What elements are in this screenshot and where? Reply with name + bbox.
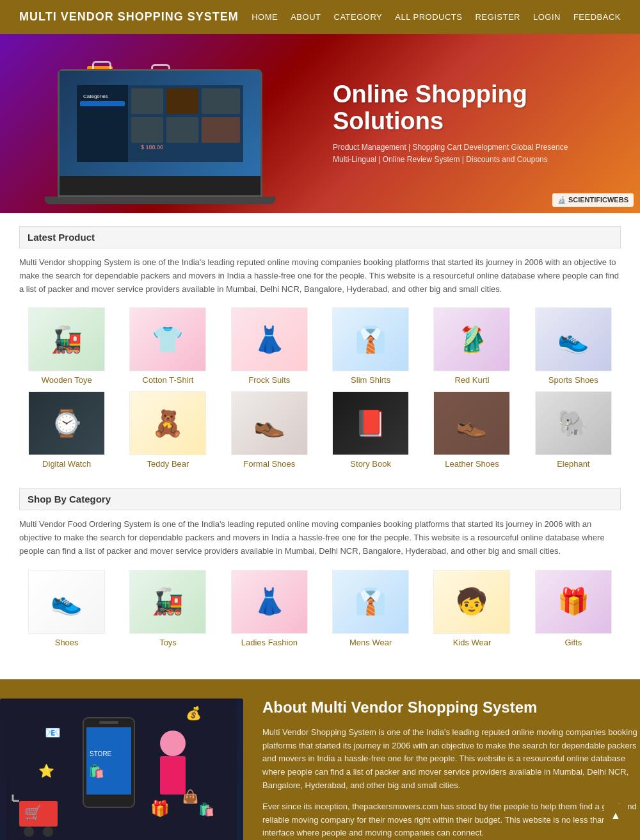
about-para2: Ever since its inception, thepackersmove… xyxy=(262,800,640,840)
shop-by-category-desc: Multi Vendor Food Ordering System is one… xyxy=(19,518,621,558)
scroll-top-button[interactable]: ▲ xyxy=(604,804,627,827)
svg-rect-7 xyxy=(166,88,198,114)
category-image: 👗 xyxy=(231,570,308,634)
laptop-mockup: Categories $ 188.00 xyxy=(58,69,262,197)
latest-product-desc: Multi Vendor shopping System is one of t… xyxy=(19,256,621,296)
category-item[interactable]: 🎁Gifts xyxy=(526,570,621,647)
nav-link-home[interactable]: HOME xyxy=(252,12,278,22)
category-image: 👔 xyxy=(332,570,409,634)
svg-text:🎁: 🎁 xyxy=(150,799,170,818)
category-item[interactable]: 👟Shoes xyxy=(19,570,114,647)
product-image: 📕 xyxy=(332,391,409,455)
nav-link-feedback[interactable]: FEEDBACK xyxy=(573,12,621,22)
latest-product-header: Latest Product xyxy=(19,226,621,248)
about-image: 🛒 STORE 🛍️ 🎁 👜 📧 💰 🛍️ ⭐ xyxy=(0,699,243,840)
nav-link-category[interactable]: CATEGORY xyxy=(334,12,383,22)
category-image: 🎁 xyxy=(535,570,612,634)
svg-rect-21 xyxy=(86,727,131,795)
svg-text:💰: 💰 xyxy=(186,706,202,721)
nav-link-about[interactable]: ABOUT xyxy=(291,12,321,22)
product-item[interactable]: ⌚Digital Watch xyxy=(19,391,114,469)
product-image: 👟 xyxy=(535,307,612,371)
product-image: 👔 xyxy=(332,307,409,371)
svg-text:STORE: STORE xyxy=(90,750,112,757)
product-label: Cotton T-Shirt xyxy=(143,375,194,385)
product-image: 👞 xyxy=(231,391,308,455)
product-image: ⌚ xyxy=(28,391,105,455)
product-image: 🐘 xyxy=(535,391,612,455)
svg-text:🛒: 🛒 xyxy=(24,804,42,821)
product-label: Sports Shoes xyxy=(548,375,598,385)
shop-by-category-header: Shop By Category xyxy=(19,488,621,510)
svg-rect-9 xyxy=(131,117,163,143)
category-image: 👟 xyxy=(28,570,105,634)
product-grid: 🚂Wooden Toye👕Cotton T-Shirt👗Frock Suits👔… xyxy=(19,307,621,469)
product-item[interactable]: 👔Slim Shirts xyxy=(323,307,418,385)
category-item[interactable]: 👔Mens Wear xyxy=(323,570,418,647)
nav-link-login[interactable]: LOGIN xyxy=(533,12,561,22)
svg-rect-6 xyxy=(131,88,163,114)
hero-left: Categories $ 188.00 xyxy=(0,34,320,213)
svg-text:Categories: Categories xyxy=(83,93,108,99)
category-image: 🚂 xyxy=(129,570,206,634)
site-title: MULTI VENDOR SHOPPING SYSTEM xyxy=(19,10,239,24)
about-section: 🛒 STORE 🛍️ 🎁 👜 📧 💰 🛍️ ⭐ xyxy=(0,679,640,840)
hero-subtext: Product Management | Shopping Cart Devel… xyxy=(333,141,627,166)
svg-point-16 xyxy=(43,827,53,837)
hero-right: Online Shopping Solutions Product Manage… xyxy=(320,69,640,179)
product-item[interactable]: 👕Cotton T-Shirt xyxy=(120,307,215,385)
svg-rect-22 xyxy=(99,721,118,724)
product-label: Formal Shoes xyxy=(243,459,295,469)
product-item[interactable]: 🚂Wooden Toye xyxy=(19,307,114,385)
nav-link-all-products[interactable]: ALL PRODUCTS xyxy=(395,12,462,22)
product-item[interactable]: 👞Leather Shoes xyxy=(424,391,519,469)
svg-text:🛍️: 🛍️ xyxy=(198,802,214,817)
main-nav: HOMEABOUTCATEGORYALL PRODUCTSREGISTERLOG… xyxy=(252,12,621,22)
product-image: 🥻 xyxy=(433,307,510,371)
product-image: 👕 xyxy=(129,307,206,371)
svg-rect-10 xyxy=(166,117,198,143)
svg-text:🛍️: 🛍️ xyxy=(88,763,104,779)
product-item[interactable]: 👟Sports Shoes xyxy=(526,307,621,385)
category-label: Ladies Fashion xyxy=(241,638,298,647)
hero-banner: Categories $ 188.00 xyxy=(0,34,640,213)
product-label: Elephant xyxy=(557,459,589,469)
product-item[interactable]: 🥻Red Kurti xyxy=(424,307,519,385)
category-item[interactable]: 🧒Kids Wear xyxy=(424,570,519,647)
product-label: Story Book xyxy=(350,459,391,469)
nav-link-register[interactable]: REGISTER xyxy=(475,12,520,22)
laptop-base xyxy=(45,197,275,204)
about-title: About Multi Vendor Shopping System xyxy=(262,699,640,716)
product-image: 🚂 xyxy=(28,307,105,371)
svg-point-15 xyxy=(24,827,34,837)
product-item[interactable]: 📕Story Book xyxy=(323,391,418,469)
product-item[interactable]: 👗Frock Suits xyxy=(222,307,317,385)
brand-badge: 🔬 SCIENTIFICWEBS xyxy=(552,193,634,207)
product-label: Wooden Toye xyxy=(42,375,92,385)
about-text: About Multi Vendor Shopping System Multi… xyxy=(262,699,640,840)
category-label: Kids Wear xyxy=(453,638,492,647)
svg-text:$ 188.00: $ 188.00 xyxy=(141,144,163,150)
svg-rect-3 xyxy=(80,101,125,106)
product-item[interactable]: 🧸Teddy Bear xyxy=(120,391,215,469)
category-image: 🧒 xyxy=(433,570,510,634)
about-para1: Multi Vendor Shopping System is one of t… xyxy=(262,726,640,793)
product-image: 🧸 xyxy=(129,391,206,455)
product-image: 👞 xyxy=(433,391,510,455)
svg-rect-5 xyxy=(80,114,125,119)
product-label: Teddy Bear xyxy=(147,459,189,469)
category-item[interactable]: 👗Ladies Fashion xyxy=(222,570,317,647)
product-item[interactable]: 🐘Elephant xyxy=(526,391,621,469)
main-content: Latest Product Multi Vendor shopping Sys… xyxy=(0,213,640,679)
hero-heading: Online Shopping Solutions xyxy=(333,81,627,135)
product-label: Frock Suits xyxy=(248,375,290,385)
product-item[interactable]: 👞Formal Shoes xyxy=(222,391,317,469)
svg-text:⭐: ⭐ xyxy=(38,763,54,779)
laptop-screen: Categories $ 188.00 xyxy=(60,71,260,177)
category-label: Toys xyxy=(159,638,177,647)
category-item[interactable]: 🚂Toys xyxy=(120,570,215,647)
product-image: 👗 xyxy=(231,307,308,371)
category-grid: 👟Shoes🚂Toys👗Ladies Fashion👔Mens Wear🧒Kid… xyxy=(19,570,621,647)
svg-rect-8 xyxy=(202,88,240,114)
header: MULTI VENDOR SHOPPING SYSTEM HOMEABOUTCA… xyxy=(0,0,640,34)
